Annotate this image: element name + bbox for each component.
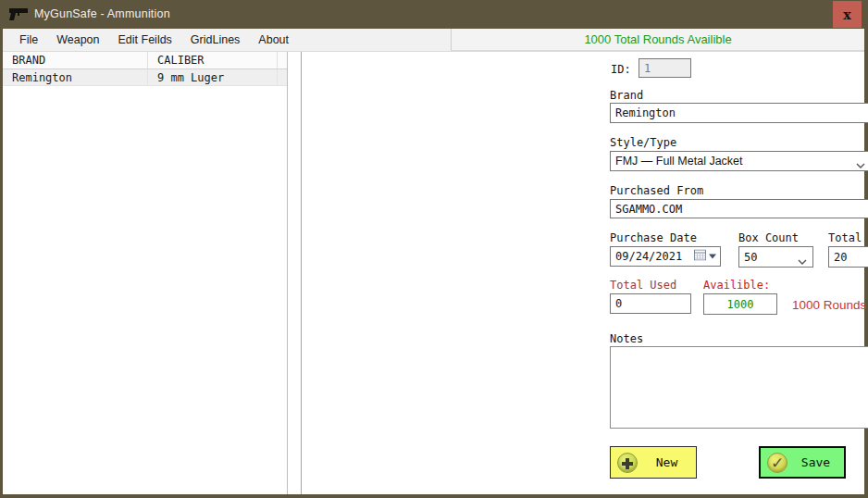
menu-item-about[interactable]: About: [249, 29, 298, 51]
grid-cell-caliber[interactable]: 9 mm Luger: [148, 69, 278, 85]
table-row[interactable]: Remington 9 mm Luger: [3, 69, 287, 86]
save-button[interactable]: Save: [759, 446, 846, 479]
menu-item-edit-feilds[interactable]: Edit Feilds: [109, 29, 181, 51]
total-used-field[interactable]: [610, 293, 691, 314]
status-strip: 1000 Total Rounds Availible: [451, 29, 864, 51]
availible-field: 1000: [703, 293, 777, 315]
style-type-select[interactable]: FMJ — Full Metal Jacket: [610, 151, 868, 171]
total-boxes-field[interactable]: [828, 246, 868, 268]
total-rounds-status: 1000 Total Rounds Availible: [584, 32, 731, 46]
new-button-label: New: [638, 455, 696, 469]
purchased-from-label: Purchased From: [610, 184, 703, 197]
total-used-label: Total Used: [610, 279, 676, 292]
ammo-form: ID: Brand Caliber 9 mm Luger ShotShell S…: [302, 52, 864, 494]
calendar-icon: [694, 250, 706, 264]
save-button-label: Save: [787, 455, 844, 469]
box-count-select-value: 50: [744, 251, 757, 264]
id-label: ID:: [611, 63, 631, 76]
grid-header-brand[interactable]: BRAND: [3, 52, 148, 68]
purchase-date-picker[interactable]: 09/24/2021: [610, 246, 721, 267]
box-count-label: Box Count: [738, 231, 799, 244]
window-title: MyGunSafe - Ammunition: [34, 7, 170, 20]
menu-item-gridlines[interactable]: GridLines: [181, 29, 250, 51]
chevron-down-icon: [856, 158, 865, 171]
brand-label: Brand: [610, 89, 643, 102]
grid-header-row: BRAND CALIBER: [3, 52, 287, 69]
style-type-select-value: FMJ — Full Metal Jacket: [615, 155, 743, 168]
close-button[interactable]: x: [833, 1, 862, 28]
notes-label: Notes: [610, 332, 643, 345]
style-type-label: Style/Type: [610, 136, 676, 149]
new-button[interactable]: New: [610, 446, 697, 479]
main-area: BRAND CALIBER Remington 9 mm Luger ID: B…: [3, 52, 864, 494]
purchase-date-value: 09/24/2021: [615, 250, 682, 263]
menu-item-weapon[interactable]: Weapon: [47, 29, 108, 51]
app-window: MyGunSafe - Ammunition x File Weapon Edi…: [0, 0, 868, 498]
grid-header-caliber[interactable]: CALIBER: [148, 52, 278, 68]
availible-label: Availible:: [703, 279, 770, 292]
gun-icon: [9, 7, 28, 21]
brand-field[interactable]: [610, 103, 868, 123]
dropdown-arrow-icon: [709, 255, 716, 259]
chevron-down-icon: [798, 255, 807, 268]
box-count-select[interactable]: 50: [738, 246, 813, 268]
total-boxes-label: Total Boxes: [828, 231, 868, 244]
grid-cell-brand[interactable]: Remington: [3, 69, 148, 85]
id-field: [639, 58, 691, 78]
purchased-from-field[interactable]: [610, 199, 868, 218]
notes-field[interactable]: [610, 346, 868, 429]
availability-message: 1000 Rounds Availible for 9 mm Luger: [792, 298, 868, 312]
purchase-date-label: Purchase Date: [610, 231, 697, 244]
plus-icon: [617, 453, 638, 473]
ammo-grid: BRAND CALIBER Remington 9 mm Luger: [3, 52, 288, 494]
availible-value: 1000: [727, 298, 754, 311]
check-icon: [767, 453, 787, 473]
menu-item-file[interactable]: File: [10, 29, 47, 51]
titlebar: MyGunSafe - Ammunition x: [0, 0, 868, 29]
menu-bar: File Weapon Edit Feilds GridLines About …: [3, 29, 864, 52]
